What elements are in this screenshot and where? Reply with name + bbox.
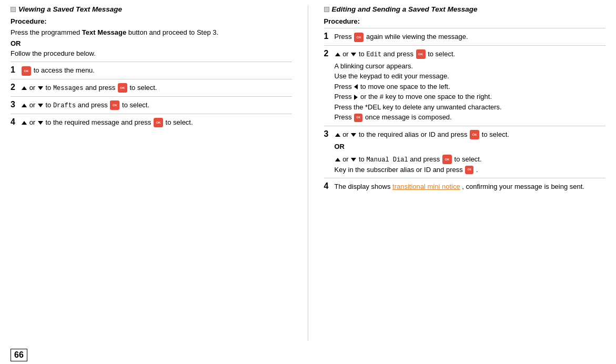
- ok-button-icon: [465, 166, 473, 174]
- left-section: Viewing a Saved Text Message Procedure: …: [11, 5, 308, 341]
- arrow-down-icon: [38, 121, 43, 125]
- step-content: Press again while viewing the message.: [335, 28, 606, 46]
- right-section: Editing and Sending a Saved Text Message…: [308, 5, 606, 341]
- step-number: 4: [11, 114, 21, 130]
- arrow-left-icon: [354, 84, 358, 89]
- ok-button-icon: [110, 100, 119, 110]
- arrow-up-icon: [335, 53, 340, 56]
- step-number: 2: [11, 79, 21, 96]
- left-steps-table: 1 to access the menu. 2 or to Messages a…: [11, 62, 292, 130]
- table-row: 2 or to Messages and press to select.: [11, 79, 292, 96]
- left-section-title: Viewing a Saved Text Message: [11, 5, 292, 13]
- arrow-up-icon: [335, 133, 340, 137]
- ok-button-icon: [154, 118, 163, 127]
- step-content: The display shows transitional mini noti…: [335, 178, 606, 195]
- arrow-down-icon: [38, 86, 43, 90]
- ok-button-icon: [470, 130, 479, 139]
- right-steps-table: 1 Press again while viewing the message.…: [324, 28, 606, 195]
- left-intro: Press the programmed Text Message button…: [11, 28, 292, 37]
- ok-button-icon: [22, 66, 31, 76]
- step-number: 4: [324, 178, 335, 195]
- step-content: or to the required message and press to …: [21, 114, 292, 130]
- step-content: or to Edit and press to select. A blinki…: [335, 45, 606, 126]
- table-row: 4 The display shows transitional mini no…: [324, 178, 606, 195]
- table-row: 1 to access the menu.: [11, 62, 292, 79]
- step-content: to access the menu.: [21, 62, 292, 79]
- left-procedure-label: Procedure:: [11, 17, 292, 25]
- arrow-up-icon: [22, 86, 27, 90]
- arrow-down-icon: [38, 104, 43, 107]
- right-section-title: Editing and Sending a Saved Text Message: [324, 5, 606, 13]
- step-content: or to the required alias or ID and press…: [335, 126, 606, 178]
- right-procedure-label: Procedure:: [324, 17, 606, 25]
- transitional-notice-link: transitional mini notice: [392, 183, 460, 190]
- table-row: 4 or to the required message and press t…: [11, 114, 292, 130]
- page-number: 66: [11, 349, 27, 361]
- ok-button-icon: [354, 114, 362, 122]
- table-row: 3 or to the required alias or ID and pre…: [324, 126, 606, 178]
- arrow-right-icon: [354, 95, 358, 100]
- table-row: 3 or to Drafts and press to select.: [11, 96, 292, 114]
- arrow-up-icon: [22, 104, 27, 107]
- step-sub-details: A blinking cursor appears. Use the keypa…: [335, 61, 606, 123]
- arrow-down-icon: [351, 53, 356, 56]
- left-follow-text: Follow the procedure below.: [11, 49, 292, 57]
- step-number: 2: [324, 45, 335, 126]
- step-content: or to Messages and press to select.: [21, 79, 292, 96]
- step-number: 1: [324, 28, 335, 46]
- ok-button-icon: [416, 49, 426, 59]
- ok-button-icon: [118, 83, 127, 93]
- step-or-label: OR: [335, 141, 606, 152]
- step-number: 3: [11, 96, 21, 114]
- ok-button-icon: [354, 33, 363, 42]
- table-row: 1 Press again while viewing the message.: [324, 28, 606, 46]
- arrow-up-icon: [335, 158, 340, 161]
- arrow-down-icon: [351, 158, 356, 161]
- step-content: or to Drafts and press to select.: [21, 96, 292, 114]
- ok-button-icon: [442, 155, 452, 164]
- left-or-label: OR: [11, 39, 292, 47]
- page-footer: 66: [0, 346, 616, 364]
- step-number: 1: [11, 62, 21, 79]
- step-number: 3: [324, 126, 335, 178]
- table-row: 2 or to Edit and press to select. A blin…: [324, 45, 606, 126]
- step-or-section: OR or to Manual Dial and press to select…: [335, 141, 606, 175]
- arrow-down-icon: [351, 133, 356, 137]
- arrow-up-icon: [22, 121, 27, 125]
